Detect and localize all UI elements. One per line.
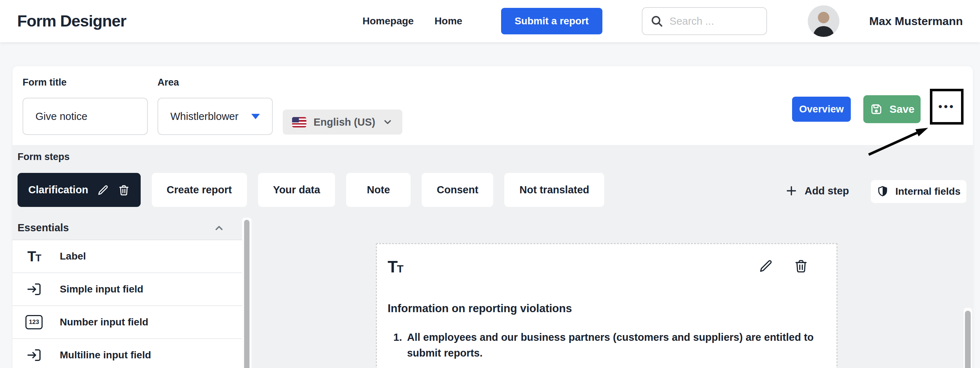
block-actions	[759, 258, 808, 274]
save-button-label: Save	[889, 103, 915, 115]
top-header: Form Designer Homepage Home Submit a rep…	[0, 0, 980, 42]
chevron-up-icon	[213, 222, 225, 234]
chevron-down-icon	[382, 117, 393, 127]
delete-block-icon[interactable]	[794, 258, 808, 274]
label-block-type-icon: TT	[388, 258, 402, 275]
form-title-label: Form title	[22, 77, 67, 88]
canvas-scrollbar[interactable]	[964, 308, 972, 368]
step-tab-label: Consent	[437, 184, 478, 196]
block-heading: Information on reporting violations	[388, 302, 572, 315]
palette-item-text: Label	[60, 250, 86, 262]
step-tab-label: Not translated	[519, 184, 589, 196]
palette-group-essentials[interactable]: Essentials	[13, 216, 242, 239]
step-tab-label: Create report	[167, 184, 232, 196]
canvas-scrollbar-thumb[interactable]	[965, 311, 971, 368]
palette-scrollbar-thumb[interactable]	[244, 220, 250, 368]
delete-step-icon[interactable]	[118, 184, 130, 196]
language-selector[interactable]: English (US)	[283, 110, 402, 135]
step-tab-consent[interactable]: Consent	[422, 173, 493, 207]
area-select-value: Whistlerblower	[170, 111, 239, 123]
save-button[interactable]: Save	[863, 95, 921, 123]
form-title-input[interactable]	[22, 98, 148, 135]
add-step-button[interactable]: Add step	[785, 179, 849, 202]
step-tab-create-report[interactable]: Create report	[152, 173, 247, 207]
edit-step-icon[interactable]	[97, 184, 109, 196]
palette-group-label: Essentials	[18, 222, 69, 234]
nav-link-home[interactable]: Home	[434, 15, 463, 27]
palette-item-text: Multiline input field	[60, 349, 151, 361]
more-options-button[interactable]: •••	[939, 101, 955, 112]
internal-fields-button[interactable]: Internal fields	[871, 180, 966, 203]
canvas-label-block: TT Inform	[376, 243, 838, 368]
step-tab-label: Note	[367, 184, 390, 196]
area-label: Area	[158, 77, 179, 88]
area-select[interactable]: Whistlerblower	[158, 98, 273, 135]
list-item-text: All employees and our business partners …	[407, 329, 822, 361]
annotation-highlight-box: •••	[930, 89, 964, 124]
step-tab-note[interactable]: Note	[346, 173, 410, 207]
palette-scrollbar[interactable]	[242, 218, 251, 368]
step-tab-clarification[interactable]: Clarification	[18, 173, 141, 207]
step-tab-not-translated[interactable]: Not translated	[504, 173, 604, 207]
submit-report-button[interactable]: Submit a report	[501, 8, 602, 34]
number-input-icon: 123	[25, 315, 43, 329]
palette-item-multiline-input[interactable]: Multiline input field	[13, 339, 242, 368]
palette-item-simple-input[interactable]: Simple input field	[13, 273, 242, 306]
palette-item-text: Number input field	[60, 317, 148, 328]
nav-link-homepage[interactable]: Homepage	[363, 15, 414, 27]
shield-icon	[877, 185, 889, 198]
label-icon: TT	[25, 249, 43, 263]
palette-list: TT Label Simple input field 123	[13, 239, 242, 368]
search-icon	[650, 15, 663, 27]
user-name[interactable]: Max Mustermann	[869, 15, 963, 28]
block-numbered-list: 1. All employees and our business partne…	[393, 329, 828, 361]
save-icon	[869, 102, 883, 116]
multiline-input-icon	[25, 347, 43, 363]
step-tab-label: Clarification	[28, 184, 88, 196]
list-item: 1. All employees and our business partne…	[393, 329, 828, 361]
user-avatar[interactable]	[808, 5, 839, 37]
page-title: Form Designer	[17, 12, 126, 30]
card-body: Form steps Clarification	[13, 145, 973, 368]
simple-input-icon	[25, 281, 43, 298]
plus-icon	[785, 185, 797, 197]
form-designer-app: Form Designer Homepage Home Submit a rep…	[0, 0, 980, 368]
add-step-label: Add step	[805, 185, 849, 197]
search-input[interactable]	[670, 15, 759, 27]
designer-card: Form title Area Whistlerblower English (…	[13, 66, 973, 368]
palette-item-label[interactable]: TT Label	[13, 240, 242, 273]
step-tab-label: Your data	[273, 184, 320, 196]
edit-block-icon[interactable]	[759, 258, 773, 274]
overview-button[interactable]: Overview	[792, 97, 851, 122]
header-nav: Homepage Home Submit a report Max Muster…	[363, 5, 963, 37]
step-tab-your-data[interactable]: Your data	[258, 173, 336, 207]
language-label: English (US)	[313, 116, 375, 128]
list-item-number: 1.	[393, 329, 402, 361]
form-steps-label: Form steps	[18, 151, 70, 162]
palette-item-number-input[interactable]: 123 Number input field	[13, 306, 242, 339]
form-steps-row: Clarification Create report	[18, 173, 604, 207]
internal-fields-label: Internal fields	[895, 186, 960, 197]
caret-down-icon	[251, 114, 260, 119]
search-box	[642, 7, 767, 35]
us-flag-icon	[292, 117, 306, 127]
palette-item-text: Simple input field	[60, 284, 143, 295]
